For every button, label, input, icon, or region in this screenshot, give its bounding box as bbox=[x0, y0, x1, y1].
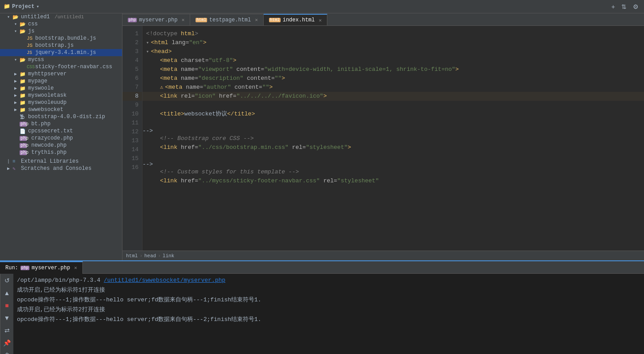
settings-button[interactable]: ⚙ bbox=[631, 2, 640, 11]
sidebar: ▾ 📂 untitled1 /untitled1 ▾ 📂 css ▾ 📂 bbox=[0, 13, 122, 260]
code-line-1: <!doctype html> bbox=[143, 29, 644, 38]
breadcrumb-link[interactable]: link bbox=[163, 253, 174, 259]
tree-item-swwebsocket[interactable]: ▶ 📁 swwebsocket bbox=[0, 106, 122, 113]
tree-label-trythis: trythis.php bbox=[28, 149, 66, 156]
code-line-6: <meta name="description" content=""> bbox=[143, 74, 644, 83]
tree-label-mycss: mycss bbox=[28, 57, 44, 63]
tree-item-css[interactable]: ▾ 📂 css bbox=[0, 21, 122, 28]
tree-item-newcode[interactable]: php newcode.php bbox=[0, 142, 122, 149]
code-tag-doctype: html bbox=[181, 29, 195, 38]
tree-item-scratches[interactable]: ▶ ✎ Scratches and Consoles bbox=[0, 165, 122, 172]
tab-close-index[interactable]: ✕ bbox=[319, 17, 322, 23]
code-line-11 bbox=[143, 119, 644, 128]
tree-item-external-libraries[interactable]: | ≡ External Libraries bbox=[0, 158, 122, 165]
scroll-down-button[interactable]: ▼ bbox=[2, 313, 12, 323]
stop-button[interactable]: ■ bbox=[2, 300, 12, 310]
breadcrumb-head[interactable]: head bbox=[144, 253, 156, 259]
new-file-button[interactable]: + bbox=[610, 2, 617, 11]
line-num-14: 14 bbox=[122, 145, 142, 154]
editor-area: php myserver.php ✕ html testpage.html ✕ … bbox=[122, 13, 644, 260]
tree-arrow-untitled1: ▾ bbox=[7, 14, 12, 20]
line-num-2: 2 bbox=[122, 38, 142, 47]
line-num-11: 11 bbox=[122, 119, 142, 128]
editor-content[interactable]: 1 2 3 4 5 6 7 8 9 10 11 12 13 14 15 16 bbox=[122, 26, 644, 251]
code-line-13: <link href="../css/bootstrap.min.css" re… bbox=[143, 143, 644, 152]
tree-item-bootstrap[interactable]: JS bootstrap.js bbox=[0, 42, 122, 49]
tree-label-mypage: mypage bbox=[28, 78, 47, 84]
tab-label-myserver: myserver.php bbox=[139, 17, 177, 23]
breadcrumb-html[interactable]: html bbox=[126, 253, 138, 259]
php-icon-newcode: php bbox=[20, 143, 27, 148]
tab-testpage[interactable]: html testpage.html ✕ bbox=[190, 14, 264, 25]
line-num-8: 8 bbox=[122, 92, 142, 101]
tab-myserver[interactable]: php myserver.php ✕ bbox=[122, 14, 190, 25]
code-line-7: ⚠<meta name="author" content=""> bbox=[143, 83, 644, 92]
tree-label-jquery: jquery-3.4.1.min.js bbox=[35, 49, 96, 56]
top-bar-title: Project bbox=[12, 4, 34, 10]
php-icon-trythis: php bbox=[20, 150, 27, 155]
tree-item-mycss[interactable]: ▾ 📂 mycss bbox=[0, 56, 122, 63]
bottom-panel-body: ↺ ▲ ■ ▼ ⇄ 📌 🗑 ⚙ /opt/lampp/bin/php-7.3.4… bbox=[0, 274, 644, 354]
warn-icon-line7: ⚠ bbox=[160, 83, 163, 92]
tab-label-index: index.html bbox=[283, 17, 315, 23]
tree-item-myswoole[interactable]: ▶ 📁 myswoole bbox=[0, 85, 122, 92]
tree-item-myswooletask[interactable]: ▶ 📁 myswooletask bbox=[0, 92, 122, 99]
code-area[interactable]: <!doctype html> ▾<html lang="en"> ▾<head… bbox=[143, 26, 644, 251]
scroll-up-button[interactable]: ▲ bbox=[2, 288, 12, 298]
tree-item-myhttpserver[interactable]: ▶ 📁 myhttpserver bbox=[0, 70, 122, 78]
fold-icon-html: ▾ bbox=[146, 38, 149, 47]
code-line-8: <link rel="icon" href="../../../../favic… bbox=[143, 92, 644, 101]
run-tab-close[interactable]: ✕ bbox=[74, 265, 77, 271]
tree-item-untitled1[interactable]: ▾ 📂 untitled1 /untitled1 bbox=[0, 13, 122, 21]
tree-item-mypage[interactable]: ▶ 📁 mypage bbox=[0, 78, 122, 85]
sync-button[interactable]: ⇅ bbox=[620, 2, 628, 11]
pin-button[interactable]: 📌 bbox=[2, 338, 12, 348]
main-area: ▾ 📂 untitled1 /untitled1 ▾ 📂 css ▾ 📂 bbox=[0, 13, 644, 260]
tree-item-bootstrap-bundle[interactable]: JS bootstrap.bundle.js bbox=[0, 35, 122, 42]
tree-label-scratches: Scratches and Consoles bbox=[21, 165, 91, 172]
tree-item-js[interactable]: ▾ 📂 js bbox=[0, 28, 122, 35]
clear-button[interactable]: 🗑 bbox=[2, 350, 12, 354]
tree-item-myswooleuudp[interactable]: ▶ 📁 myswooleuudp bbox=[0, 99, 122, 106]
code-line-16: <link href="../mycss/sticky-footer-navba… bbox=[143, 177, 644, 185]
line-num-16: 16 bbox=[122, 163, 142, 172]
tab-icon-index: html bbox=[269, 18, 281, 22]
tree-arrow-myswooleuudp: ▶ bbox=[14, 100, 20, 105]
code-line-2: ▾<html lang="en"> bbox=[143, 38, 644, 47]
tree-label-sticky-footer: sticky-footer-navbar.css bbox=[35, 64, 112, 70]
tab-close-myserver[interactable]: ✕ bbox=[182, 17, 185, 23]
ide-container: 📁 Project ▾ + ⇅ ⚙ ▾ 📂 untitled1 /untitle… bbox=[0, 0, 644, 354]
run-label: Run: bbox=[5, 265, 18, 271]
tree-item-cpcssecret[interactable]: 📄 cpcssecret.txt bbox=[0, 128, 122, 135]
wrap-button[interactable]: ⇄ bbox=[2, 325, 12, 335]
tree-label-untitled1: untitled1 bbox=[21, 14, 50, 20]
breadcrumb: html › head › link bbox=[122, 251, 644, 260]
tree-item-bt-php[interactable]: php bt.php bbox=[0, 120, 122, 128]
code-line-4: <meta charset="utf-8"> bbox=[143, 56, 644, 65]
tab-close-testpage[interactable]: ✕ bbox=[255, 17, 258, 23]
tree-item-jquery[interactable]: JS jquery-3.4.1.min.js bbox=[0, 49, 122, 56]
line-numbers: 1 2 3 4 5 6 7 8 9 10 11 12 13 14 15 16 bbox=[122, 26, 143, 251]
tree-arrow-external: | bbox=[7, 159, 12, 164]
restart-button[interactable]: ↺ bbox=[2, 276, 12, 285]
tree-arrow-css: ▾ bbox=[14, 21, 20, 27]
folder-icon-myhttpserver: 📁 bbox=[20, 71, 27, 77]
console-line-3: opcode操作符---1;操作数据---hello server;fd数据来自… bbox=[17, 295, 640, 305]
tab-index[interactable]: html index.html ✕ bbox=[264, 14, 327, 25]
scratches-icon: ✎ bbox=[12, 166, 20, 172]
console-file-link[interactable]: /untitled1/swwebsocket/myserver.php bbox=[104, 277, 225, 284]
tree-item-crazycode[interactable]: php crazycode.php bbox=[0, 135, 122, 142]
tree-item-trythis[interactable]: php trythis.php bbox=[0, 149, 122, 156]
bottom-tab-run[interactable]: Run: php myserver.php ✕ bbox=[0, 261, 83, 274]
code-line-5: <meta name="viewport" content="width=dev… bbox=[143, 65, 644, 74]
folder-icon-myswoole: 📁 bbox=[20, 86, 27, 91]
line-num-1: 1 bbox=[122, 29, 142, 38]
tree-item-bootstrap-zip[interactable]: 🗜 bootstrap-4.0.0-dist.zip bbox=[0, 113, 122, 120]
tree-item-sticky-footer[interactable]: CSS sticky-footer-navbar.css bbox=[0, 63, 122, 70]
tree-arrow-js: ▾ bbox=[14, 29, 20, 34]
library-icon: ≡ bbox=[12, 159, 20, 164]
folder-icon-myswooleuudp: 📁 bbox=[20, 100, 27, 106]
tree-label-cpcssecret: cpcssecret.txt bbox=[28, 128, 73, 134]
bottom-panel: Run: php myserver.php ✕ ↺ ▲ ■ ▼ ⇄ 📌 🗑 ⚙ bbox=[0, 260, 644, 354]
project-dropdown-icon[interactable]: ▾ bbox=[36, 4, 39, 9]
